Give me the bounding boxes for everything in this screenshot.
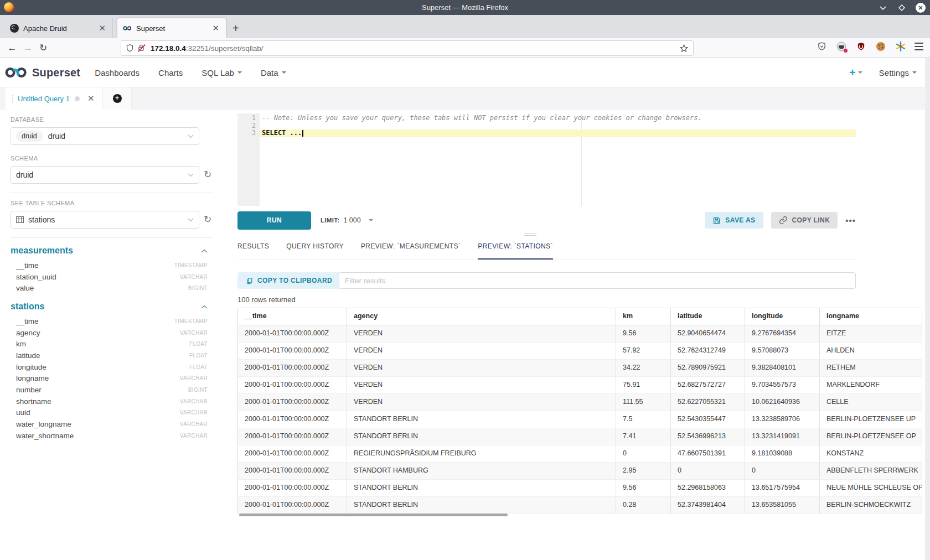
menu-icon[interactable]	[914, 43, 923, 50]
results-tab-preview-stations[interactable]: PREVIEW: `STATIONS`	[478, 242, 553, 260]
ublock-extension-icon[interactable]	[856, 42, 866, 51]
refresh-table-icon[interactable]: ↻	[204, 215, 214, 225]
schema-column-row: valueBIGINT	[11, 282, 208, 294]
superset-logo[interactable]: Superset	[4, 66, 80, 79]
refresh-schema-icon[interactable]: ↻	[204, 170, 214, 180]
column-name: station_uuid	[16, 273, 56, 281]
add-new-button[interactable]: +	[849, 66, 862, 79]
table-grid-icon	[16, 216, 24, 223]
column-type: BIGINT	[188, 387, 208, 393]
editor-line-3[interactable]: SELECT ...	[260, 129, 856, 137]
schema-table-name[interactable]: stations	[11, 302, 44, 312]
insecure-lock-icon[interactable]	[137, 44, 146, 53]
table-cell: STANDORT HAMBURG	[347, 463, 616, 479]
column-name: number	[16, 386, 42, 394]
table-cell: CELLE	[820, 394, 922, 411]
results-tab-results[interactable]: RESULTS	[237, 242, 269, 259]
horizontal-scrollbar[interactable]	[239, 514, 508, 516]
column-header-agency[interactable]: agency	[347, 308, 616, 325]
schema-column-row: agencyVARCHAR	[11, 327, 208, 339]
tab-close-icon[interactable]: ✕	[211, 23, 220, 33]
nav-item-data[interactable]: Data	[261, 68, 286, 77]
table-cell: BERLIN-PLOETZENSEE OP	[820, 428, 922, 445]
window-close-icon[interactable]	[916, 3, 926, 13]
browser-toolbar: ← → ↻ 172.18.0.4:32251/superset/sqllab/	[0, 38, 930, 58]
browser-tabbar: Apache Druid ✕ Superset ✕ +	[0, 15, 930, 38]
table-row: 2000-01-01T00:00:00.000ZSTANDORT BERLIN7…	[238, 411, 922, 428]
nav-item-dashboards[interactable]: Dashboards	[95, 68, 140, 77]
save-as-button[interactable]: SAVE AS	[705, 212, 763, 229]
browser-tab-apache-druid[interactable]: Apache Druid ✕	[4, 18, 113, 38]
more-options-button[interactable]: •••	[845, 216, 856, 225]
column-header-latitude[interactable]: latitude	[671, 308, 745, 325]
chevron-down-icon	[188, 218, 194, 222]
window-minimize-icon[interactable]	[878, 3, 888, 13]
editor-line-1[interactable]: -- Note: Unless you save your query, the…	[260, 115, 856, 122]
column-header-longname[interactable]: longname	[820, 308, 922, 325]
colorful-star-extension-icon[interactable]	[896, 42, 906, 51]
bookmark-star-icon[interactable]	[679, 44, 689, 53]
column-header-km[interactable]: km	[616, 308, 671, 325]
sql-editor[interactable]: 123 -- Note: Unless you save your query,…	[237, 113, 856, 206]
url-bar[interactable]: 172.18.0.4:32251/superset/sqllab/	[121, 40, 694, 56]
browser-tab-superset[interactable]: Superset ✕	[117, 18, 226, 38]
run-button[interactable]: RUN	[237, 211, 311, 230]
link-icon	[779, 216, 788, 225]
window-maximize-icon[interactable]	[897, 3, 907, 13]
badge	[844, 49, 848, 53]
column-name: latitude	[16, 351, 40, 360]
back-icon[interactable]: ←	[4, 43, 20, 54]
results-tab-preview-measurements[interactable]: PREVIEW: `MEASUREMENTS`	[361, 242, 461, 259]
add-query-tab-button[interactable]: +	[103, 87, 132, 110]
editor-code-area[interactable]: -- Note: Unless you save your query, the…	[260, 115, 856, 137]
privacy-shield-extension-icon[interactable]	[817, 42, 826, 51]
query-tab-close-icon[interactable]: ✕	[87, 94, 95, 103]
url-host: 172.18.0.4	[151, 44, 186, 53]
rows-returned-text: 100 rows returned	[237, 295, 296, 304]
editor-line-2[interactable]	[260, 122, 856, 130]
schema-column-row: longitudeFLOAT	[11, 361, 208, 373]
table-cell: 2000-01-01T00:00:00.000Z	[238, 445, 347, 462]
filter-results-input[interactable]	[339, 272, 856, 289]
forward-icon[interactable]: →	[20, 43, 35, 54]
cookie-extension-icon[interactable]	[876, 42, 886, 51]
nav-item-charts[interactable]: Charts	[158, 68, 183, 77]
limit-dropdown[interactable]: LIMIT: 1 000	[321, 216, 373, 224]
table-row: 2000-01-01T00:00:00.000ZSTANDORT BERLIN9…	[238, 480, 922, 497]
schema-column-row: kmFLOAT	[11, 338, 208, 350]
reload-icon[interactable]: ↻	[35, 42, 51, 54]
settings-menu[interactable]: Settings	[879, 68, 917, 77]
vertical-scrollbar[interactable]	[925, 58, 930, 560]
chevron-up-icon[interactable]	[201, 249, 208, 253]
editor-gutter: 123	[237, 113, 260, 206]
table-cell: 9.56	[616, 325, 671, 342]
column-type: VARCHAR	[180, 421, 208, 427]
chevron-up-icon[interactable]	[201, 305, 208, 309]
tab-close-icon[interactable]: ✕	[97, 23, 107, 33]
panel-resize-handle[interactable]	[524, 233, 536, 237]
query-tab-untitled-query-1[interactable]: Untitled Query 1 ✕	[6, 87, 103, 110]
column-header-longitude[interactable]: longitude	[745, 308, 820, 325]
chevron-down-icon	[858, 71, 862, 74]
browser-tab-label: Superset	[136, 24, 211, 33]
table-select[interactable]: stations	[11, 211, 199, 229]
schema-select[interactable]: druid	[11, 166, 199, 184]
table-cell: 0	[671, 463, 745, 479]
database-select[interactable]: druid druid	[11, 127, 199, 145]
table-cell: 57.92	[616, 343, 671, 359]
schema-table-name[interactable]: measurements	[11, 246, 73, 256]
column-header-time[interactable]: __time	[238, 308, 347, 325]
table-cell: STANDORT BERLIN	[347, 411, 616, 428]
mask-extension-icon[interactable]	[836, 42, 846, 51]
column-type: FLOAT	[189, 352, 208, 359]
see-table-schema-label: SEE TABLE SCHEMA	[11, 200, 221, 206]
results-tab-query-history[interactable]: QUERY HISTORY	[286, 242, 344, 259]
table-cell: 34.22	[616, 360, 671, 376]
nav-item-sql-lab[interactable]: SQL Lab	[202, 68, 242, 77]
table-cell: ABBENFLETH SPERRWERK	[820, 463, 922, 479]
copy-to-clipboard-button[interactable]: COPY TO CLIPBOARD	[237, 272, 340, 289]
drag-handle-icon[interactable]	[12, 95, 13, 102]
shield-icon[interactable]	[126, 44, 134, 53]
new-tab-button[interactable]: +	[232, 23, 239, 34]
copy-link-button[interactable]: COPY LINK	[771, 212, 838, 229]
